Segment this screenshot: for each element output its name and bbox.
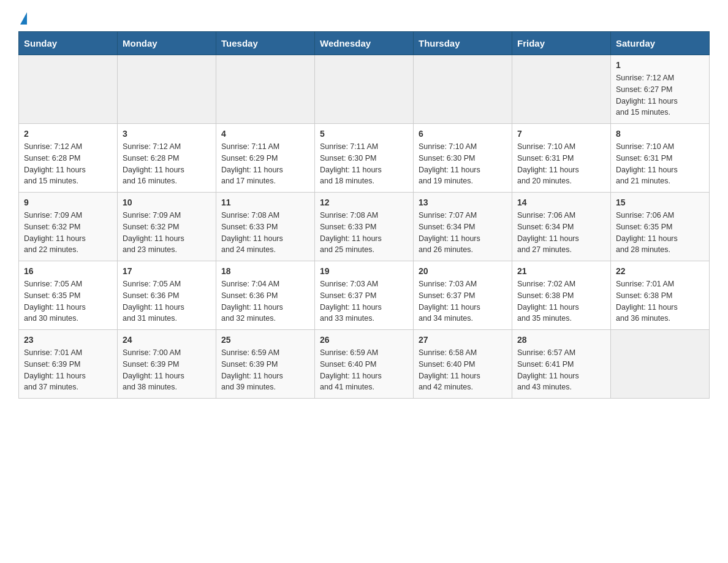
calendar-week-5: 23Sunrise: 7:01 AM Sunset: 6:39 PM Dayli… <box>19 330 710 399</box>
day-info: Sunrise: 7:07 AM Sunset: 6:34 PM Dayligh… <box>419 210 507 256</box>
calendar-cell: 14Sunrise: 7:06 AM Sunset: 6:34 PM Dayli… <box>512 193 611 261</box>
day-header-wednesday: Wednesday <box>315 32 414 55</box>
calendar-cell: 6Sunrise: 7:10 AM Sunset: 6:30 PM Daylig… <box>414 124 512 193</box>
calendar-cell: 11Sunrise: 7:08 AM Sunset: 6:33 PM Dayli… <box>216 193 315 261</box>
day-number: 21 <box>517 266 605 276</box>
day-info: Sunrise: 7:11 AM Sunset: 6:30 PM Dayligh… <box>320 141 408 187</box>
day-info: Sunrise: 7:00 AM Sunset: 6:39 PM Dayligh… <box>123 347 211 393</box>
day-info: Sunrise: 7:08 AM Sunset: 6:33 PM Dayligh… <box>320 210 408 256</box>
calendar-table: SundayMondayTuesdayWednesdayThursdayFrid… <box>18 31 710 399</box>
day-number: 4 <box>221 129 309 139</box>
day-info: Sunrise: 7:10 AM Sunset: 6:31 PM Dayligh… <box>616 141 704 187</box>
calendar-cell <box>315 55 414 124</box>
day-info: Sunrise: 7:04 AM Sunset: 6:36 PM Dayligh… <box>221 278 309 324</box>
calendar-cell <box>414 55 512 124</box>
day-info: Sunrise: 7:10 AM Sunset: 6:31 PM Dayligh… <box>517 141 605 187</box>
day-info: Sunrise: 7:02 AM Sunset: 6:38 PM Dayligh… <box>517 278 605 324</box>
day-number: 12 <box>320 197 408 207</box>
day-info: Sunrise: 7:09 AM Sunset: 6:32 PM Dayligh… <box>24 210 112 256</box>
calendar-cell <box>216 55 315 124</box>
day-number: 5 <box>320 129 408 139</box>
day-number: 20 <box>419 266 507 276</box>
calendar-cell: 28Sunrise: 6:57 AM Sunset: 6:41 PM Dayli… <box>512 330 611 399</box>
day-number: 22 <box>616 266 704 276</box>
calendar-cell: 25Sunrise: 6:59 AM Sunset: 6:39 PM Dayli… <box>216 330 315 399</box>
calendar-cell: 16Sunrise: 7:05 AM Sunset: 6:35 PM Dayli… <box>19 261 118 330</box>
calendar-cell: 1Sunrise: 7:12 AM Sunset: 6:27 PM Daylig… <box>611 55 710 124</box>
calendar-cell <box>118 55 216 124</box>
day-info: Sunrise: 7:06 AM Sunset: 6:34 PM Dayligh… <box>517 210 605 256</box>
page-header <box>18 12 710 21</box>
day-number: 10 <box>123 197 211 207</box>
day-header-tuesday: Tuesday <box>216 32 315 55</box>
day-number: 18 <box>221 266 309 276</box>
day-info: Sunrise: 7:06 AM Sunset: 6:35 PM Dayligh… <box>616 210 704 256</box>
day-number: 2 <box>24 129 112 139</box>
calendar-cell: 8Sunrise: 7:10 AM Sunset: 6:31 PM Daylig… <box>611 124 710 193</box>
logo <box>18 12 27 21</box>
day-header-friday: Friday <box>512 32 611 55</box>
day-number: 15 <box>616 197 704 207</box>
day-header-row: SundayMondayTuesdayWednesdayThursdayFrid… <box>19 32 710 55</box>
day-number: 27 <box>419 335 507 345</box>
calendar-cell: 20Sunrise: 7:03 AM Sunset: 6:37 PM Dayli… <box>414 261 512 330</box>
day-info: Sunrise: 7:12 AM Sunset: 6:28 PM Dayligh… <box>24 141 112 187</box>
day-info: Sunrise: 7:12 AM Sunset: 6:27 PM Dayligh… <box>616 72 704 118</box>
day-number: 25 <box>221 335 309 345</box>
day-number: 14 <box>517 197 605 207</box>
day-info: Sunrise: 7:05 AM Sunset: 6:35 PM Dayligh… <box>24 278 112 324</box>
calendar-week-4: 16Sunrise: 7:05 AM Sunset: 6:35 PM Dayli… <box>19 261 710 330</box>
day-number: 16 <box>24 266 112 276</box>
calendar-cell: 9Sunrise: 7:09 AM Sunset: 6:32 PM Daylig… <box>19 193 118 261</box>
calendar-cell: 15Sunrise: 7:06 AM Sunset: 6:35 PM Dayli… <box>611 193 710 261</box>
calendar-week-2: 2Sunrise: 7:12 AM Sunset: 6:28 PM Daylig… <box>19 124 710 193</box>
day-info: Sunrise: 7:01 AM Sunset: 6:38 PM Dayligh… <box>616 278 704 324</box>
calendar-cell: 17Sunrise: 7:05 AM Sunset: 6:36 PM Dayli… <box>118 261 216 330</box>
day-info: Sunrise: 6:58 AM Sunset: 6:40 PM Dayligh… <box>419 347 507 393</box>
calendar-cell: 3Sunrise: 7:12 AM Sunset: 6:28 PM Daylig… <box>118 124 216 193</box>
calendar-cell <box>19 55 118 124</box>
day-info: Sunrise: 7:12 AM Sunset: 6:28 PM Dayligh… <box>123 141 211 187</box>
day-info: Sunrise: 7:08 AM Sunset: 6:33 PM Dayligh… <box>221 210 309 256</box>
day-number: 23 <box>24 335 112 345</box>
calendar-cell: 18Sunrise: 7:04 AM Sunset: 6:36 PM Dayli… <box>216 261 315 330</box>
calendar-cell: 26Sunrise: 6:59 AM Sunset: 6:40 PM Dayli… <box>315 330 414 399</box>
calendar-cell: 4Sunrise: 7:11 AM Sunset: 6:29 PM Daylig… <box>216 124 315 193</box>
calendar-cell <box>512 55 611 124</box>
day-info: Sunrise: 7:09 AM Sunset: 6:32 PM Dayligh… <box>123 210 211 256</box>
calendar-cell <box>611 330 710 399</box>
day-info: Sunrise: 7:05 AM Sunset: 6:36 PM Dayligh… <box>123 278 211 324</box>
day-info: Sunrise: 7:10 AM Sunset: 6:30 PM Dayligh… <box>419 141 507 187</box>
day-info: Sunrise: 7:03 AM Sunset: 6:37 PM Dayligh… <box>419 278 507 324</box>
calendar-cell: 23Sunrise: 7:01 AM Sunset: 6:39 PM Dayli… <box>19 330 118 399</box>
calendar-cell: 22Sunrise: 7:01 AM Sunset: 6:38 PM Dayli… <box>611 261 710 330</box>
day-number: 28 <box>517 335 605 345</box>
calendar-cell: 13Sunrise: 7:07 AM Sunset: 6:34 PM Dayli… <box>414 193 512 261</box>
day-number: 9 <box>24 197 112 207</box>
calendar-cell: 2Sunrise: 7:12 AM Sunset: 6:28 PM Daylig… <box>19 124 118 193</box>
day-header-monday: Monday <box>118 32 216 55</box>
day-number: 1 <box>616 60 704 70</box>
day-header-sunday: Sunday <box>19 32 118 55</box>
day-info: Sunrise: 7:03 AM Sunset: 6:37 PM Dayligh… <box>320 278 408 324</box>
calendar-cell: 21Sunrise: 7:02 AM Sunset: 6:38 PM Dayli… <box>512 261 611 330</box>
day-info: Sunrise: 7:11 AM Sunset: 6:29 PM Dayligh… <box>221 141 309 187</box>
day-info: Sunrise: 6:59 AM Sunset: 6:39 PM Dayligh… <box>221 347 309 393</box>
calendar-cell: 7Sunrise: 7:10 AM Sunset: 6:31 PM Daylig… <box>512 124 611 193</box>
calendar-week-1: 1Sunrise: 7:12 AM Sunset: 6:27 PM Daylig… <box>19 55 710 124</box>
day-number: 24 <box>123 335 211 345</box>
day-info: Sunrise: 6:57 AM Sunset: 6:41 PM Dayligh… <box>517 347 605 393</box>
calendar-cell: 12Sunrise: 7:08 AM Sunset: 6:33 PM Dayli… <box>315 193 414 261</box>
calendar-cell: 10Sunrise: 7:09 AM Sunset: 6:32 PM Dayli… <box>118 193 216 261</box>
logo-triangle-icon <box>20 12 27 25</box>
day-number: 17 <box>123 266 211 276</box>
day-number: 26 <box>320 335 408 345</box>
day-number: 11 <box>221 197 309 207</box>
calendar-cell: 19Sunrise: 7:03 AM Sunset: 6:37 PM Dayli… <box>315 261 414 330</box>
day-number: 7 <box>517 129 605 139</box>
day-header-saturday: Saturday <box>611 32 710 55</box>
calendar-cell: 24Sunrise: 7:00 AM Sunset: 6:39 PM Dayli… <box>118 330 216 399</box>
day-number: 19 <box>320 266 408 276</box>
day-number: 3 <box>123 129 211 139</box>
day-info: Sunrise: 6:59 AM Sunset: 6:40 PM Dayligh… <box>320 347 408 393</box>
